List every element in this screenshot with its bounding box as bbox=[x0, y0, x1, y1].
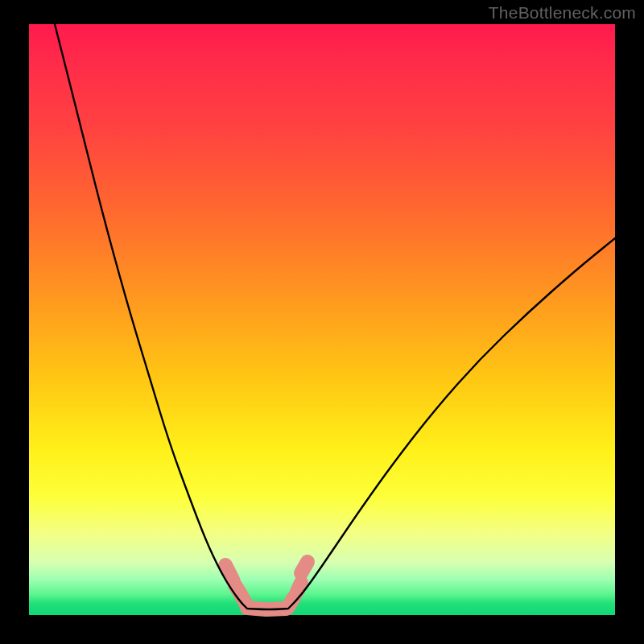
plot-area bbox=[29, 24, 615, 615]
curve-layer bbox=[29, 24, 615, 615]
marker-segment bbox=[301, 562, 308, 573]
watermark-text: TheBottleneck.com bbox=[489, 3, 636, 23]
bottleneck-curve bbox=[55, 24, 615, 609]
marker-segment bbox=[297, 583, 301, 592]
chart-frame: TheBottleneck.com bbox=[0, 0, 644, 644]
